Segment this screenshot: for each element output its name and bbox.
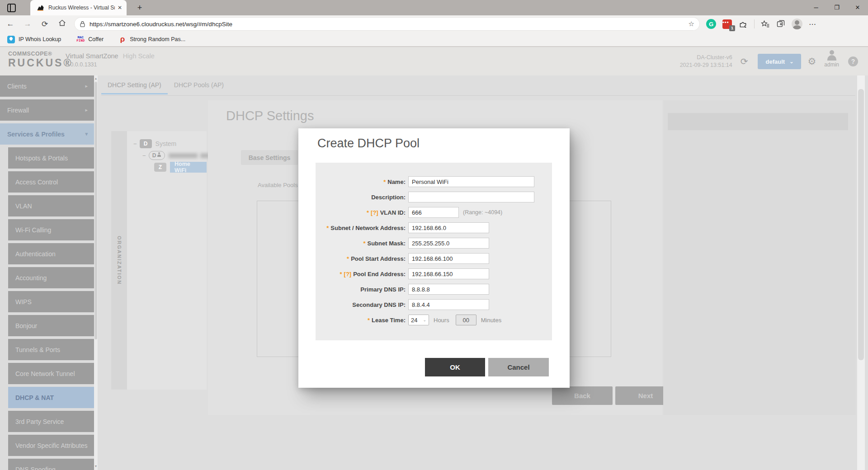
form-row-primary-dns: Primary DNS IP: (316, 282, 552, 297)
forward-button[interactable]: → (21, 19, 34, 28)
lease-minutes-input[interactable] (456, 315, 476, 325)
back-button[interactable]: Back (552, 386, 613, 405)
new-tab-button[interactable]: + (134, 2, 146, 14)
chevron-right-icon: ▸ (85, 107, 88, 113)
home-button[interactable] (55, 19, 69, 29)
profile-avatar[interactable] (792, 19, 802, 29)
ok-button[interactable]: OK (425, 358, 485, 376)
password-generator-icon: ρ (119, 36, 126, 43)
subnet-network-input[interactable] (408, 222, 489, 233)
tree-node-domain[interactable]: − D (142, 150, 213, 161)
sidebar-item-clients[interactable]: Clients ▸ (0, 75, 94, 97)
sidebar-item-access-control[interactable]: Access Control (8, 171, 94, 193)
sidebar-scrollbar-thumb[interactable] (94, 82, 97, 339)
tab-title: Ruckus Wireless - Virtual SmartZ (48, 5, 115, 11)
sidebar-item-firewall[interactable]: Firewall ▸ (0, 99, 94, 121)
cluster-timestamp: 2021-09-29 13:51:14 (680, 61, 732, 69)
tab-actions-icon[interactable] (7, 4, 16, 12)
sidebar-item-wifi-calling[interactable]: Wi-Fi Calling (8, 219, 94, 240)
sidebar-item-hotspots-portals[interactable]: Hotspots & Portals (8, 147, 94, 169)
browser-tab[interactable]: Ruckus Wireless - Virtual SmartZ ✕ (30, 0, 127, 15)
extension-icon[interactable] (738, 19, 748, 29)
base-settings-step[interactable]: Base Settings (241, 150, 298, 165)
vlan-id-input[interactable] (408, 207, 459, 218)
sidebar-item-bonjour[interactable]: Bonjour (8, 315, 94, 336)
sidebar-item-vlan[interactable]: VLAN (8, 195, 94, 216)
tree-node-system[interactable]: − D System (133, 138, 176, 150)
vlan-range-hint: (Range: ~4094) (463, 209, 502, 216)
sidebar-item-wips[interactable]: WIPS (8, 291, 94, 312)
favorites-icon[interactable] (761, 19, 770, 28)
bookmark-strong-random[interactable]: ρ Strong Random Pas... (119, 36, 185, 43)
organization-label: ORGANIZATION (117, 236, 122, 285)
domain-badge: D (140, 139, 152, 148)
back-button[interactable]: ← (4, 19, 17, 28)
sidebar-scrollbar[interactable] (94, 75, 98, 470)
browser-menu-icon[interactable]: ⋯ (809, 20, 816, 28)
window-close-button[interactable]: ✕ (847, 0, 868, 15)
required-icon: * (347, 255, 349, 262)
gear-icon[interactable]: ⚙ (807, 56, 816, 67)
add-favorite-icon[interactable]: ☆ (689, 20, 694, 28)
right-panel (663, 100, 856, 415)
bookmark-coffer[interactable]: MAC FIND Coffer (76, 36, 104, 42)
organization-strip[interactable]: ORGANIZATION (111, 131, 127, 390)
dialog-title: Create DHCP Pool (317, 136, 420, 150)
collections-icon[interactable] (776, 19, 785, 28)
sidebar-item-dns-spoofing[interactable]: DNS Spoofing (8, 459, 94, 470)
pool-start-input[interactable] (408, 253, 489, 264)
page-scrollbar[interactable] (857, 75, 865, 470)
collapse-icon[interactable]: − (133, 141, 137, 147)
sidebar-item-services-profiles[interactable]: Services & Profiles ▾ (0, 123, 94, 145)
address-bar[interactable]: https://smartzone6.cloudruckus.net/wsg/#… (74, 17, 700, 31)
browser-toolbar: ← → ⟳ https://smartzone6.cloudruckus.net… (0, 15, 868, 33)
sidebar-item-accounting[interactable]: Accounting (8, 267, 94, 288)
product-version: 6.0.0.0.1331 (66, 61, 155, 68)
scroll-down-icon[interactable]: ▼ (94, 465, 98, 468)
cancel-button[interactable]: Cancel (488, 358, 549, 376)
primary-dns-input[interactable] (408, 284, 489, 295)
sidebar-nav: Clients ▸ Firewall ▸ Services & Profiles… (0, 75, 94, 470)
required-icon: * (340, 271, 342, 277)
zone-selector-button[interactable]: default ⌄ (758, 54, 801, 69)
tab-dhcp-pools-ap[interactable]: DHCP Pools (AP) (168, 81, 230, 94)
form-row-lease-time: *Lease Time: 24 ⌄ Hours Minutes (316, 312, 552, 328)
form-row-subnet-mask: *Subnet Mask: (316, 235, 552, 251)
pool-end-input[interactable] (408, 268, 489, 279)
scroll-up-icon[interactable]: ▲ (94, 77, 98, 80)
description-input[interactable] (408, 192, 534, 202)
help-icon[interactable]: ? (848, 56, 858, 66)
sidebar-item-core-network-tunnel[interactable]: Core Network Tunnel (8, 363, 94, 384)
password-extension-icon[interactable]: ••• 1 (722, 19, 732, 29)
admin-menu[interactable]: admin (824, 55, 839, 68)
collapse-icon[interactable]: − (142, 152, 146, 159)
lease-hours-select[interactable]: 24 ⌄ (408, 315, 429, 325)
sidebar-item-authentication[interactable]: Authentication (8, 243, 94, 264)
window-restore-button[interactable]: ❐ (826, 0, 847, 15)
window-minimize-button[interactable]: ─ (806, 0, 826, 15)
url-text[interactable]: https://smartzone6.cloudruckus.net/wsg/#… (90, 21, 689, 28)
required-icon: * (383, 179, 386, 185)
name-input[interactable] (408, 176, 534, 187)
tree-node-home-wifi[interactable]: Z Home WiFi (154, 161, 207, 173)
person-icon (157, 155, 161, 157)
refresh-button[interactable]: ⟳ (38, 19, 52, 29)
sidebar-item-vendor-specific-attributes[interactable]: Vendor Specific Attributes (8, 435, 94, 456)
subnet-mask-input[interactable] (408, 238, 489, 249)
ruckus-logo: COMMSCOPE® RUCKUS® (8, 51, 73, 69)
bookmark-ip-whois[interactable]: IP Whois Lookup (7, 36, 61, 43)
tab-dhcp-setting-ap[interactable]: DHCP Setting (AP) (101, 81, 168, 94)
sidebar-item-3rd-party-service[interactable]: 3rd Party Service (8, 411, 94, 432)
form-row-subnet-network: *Subnet / Network Address: (316, 220, 552, 235)
header-refresh-icon[interactable]: ⟳ (741, 56, 748, 67)
lock-icon (80, 21, 85, 27)
form-row-vlan-id: *[?]VLAN ID: (Range: ~4094) (316, 205, 552, 220)
tab-close-icon[interactable]: ✕ (118, 5, 122, 11)
selected-zone[interactable]: Home WiFi (170, 162, 207, 173)
page-scrollbar-thumb[interactable] (858, 89, 864, 360)
sidebar-item-dhcp-nat[interactable]: DHCP & NAT (8, 387, 94, 408)
grammarly-extension-icon[interactable]: G (706, 19, 716, 29)
sidebar-item-tunnels-ports[interactable]: Tunnels & Ports (8, 339, 94, 360)
help-icon: [?] (371, 209, 378, 216)
secondary-dns-input[interactable] (408, 299, 489, 310)
